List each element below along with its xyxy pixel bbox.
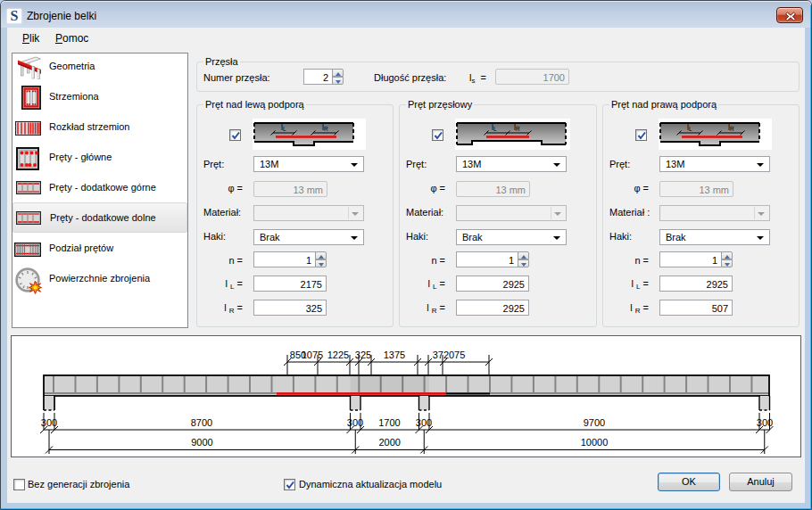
svg-text:1375: 1375	[384, 350, 405, 360]
svg-text:9000: 9000	[191, 437, 212, 448]
svg-text:372075: 372075	[433, 350, 466, 360]
svg-text:8700: 8700	[191, 417, 212, 428]
svg-text:10000: 10000	[581, 437, 609, 448]
svg-text:300: 300	[757, 417, 773, 428]
svg-text:2000: 2000	[379, 437, 401, 448]
svg-text:300: 300	[41, 417, 57, 428]
svg-text:1075: 1075	[302, 350, 323, 360]
svg-text:325: 325	[355, 350, 371, 360]
svg-text:300: 300	[416, 417, 432, 428]
svg-text:1700: 1700	[378, 417, 400, 428]
svg-text:1225: 1225	[327, 350, 349, 360]
svg-text:300: 300	[347, 417, 363, 428]
svg-text:9700: 9700	[584, 417, 605, 428]
